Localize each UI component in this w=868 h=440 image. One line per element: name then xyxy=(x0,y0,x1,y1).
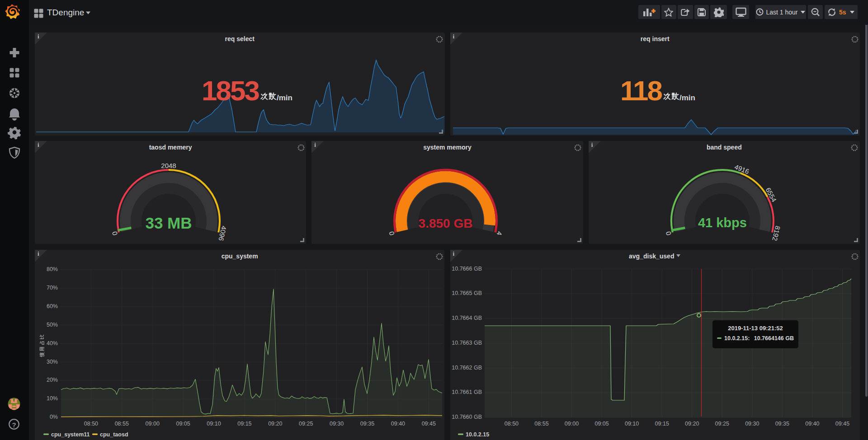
svg-text:?: ? xyxy=(12,421,16,429)
